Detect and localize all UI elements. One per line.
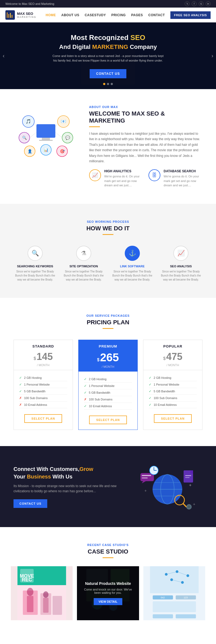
plan-standard-amount: 145: [36, 351, 53, 362]
plan-premium-header: PREMIUM $ 265 / MONTH: [79, 340, 137, 372]
step-optimization-icon: ⚗: [76, 246, 91, 261]
feature-text: 10 Email Address: [154, 403, 177, 406]
plan-popular-header: POPULAR $ 475 / MONTH: [143, 340, 202, 370]
svg-rect-3: [10, 13, 11, 18]
hero-dot-1[interactable]: [103, 83, 105, 85]
connect-illustration: + + + +: [132, 462, 202, 511]
svg-text:📊: 📊: [44, 148, 49, 152]
step-link-desc: Since we're together The Brady Bunch the…: [108, 269, 157, 282]
connect-section: Connect With Customers,Grow Your Busines…: [0, 446, 216, 527]
case-card-light: 542 123: [143, 566, 205, 620]
pricing-section: Our Service Packages PRICING PLAN STANDA…: [0, 298, 216, 446]
logo[interactable]: MAX SEO MARKETING: [5, 10, 36, 20]
hero-dot-2[interactable]: [107, 83, 109, 85]
connect-title: Connect With Customers,Grow Your Busines…: [14, 465, 122, 480]
svg-text:+: +: [193, 502, 195, 506]
step-analysis-icon: 📈: [173, 246, 188, 261]
svg-rect-66: [43, 598, 49, 613]
nav-pricing[interactable]: PRICING: [111, 13, 126, 17]
feature-analytics: 📈 HIGH ANALYTICS We're gonna do it. On y…: [89, 169, 143, 188]
hero-prev-arrow[interactable]: ‹: [3, 53, 5, 59]
nav-contact[interactable]: CONTACT: [148, 13, 165, 17]
feature-item: ✓5 GB Bandwidth: [19, 388, 67, 395]
feature-database-desc: We're gonna do it. On your mark get set …: [164, 174, 202, 188]
svg-rect-9: [36, 124, 55, 138]
hero-company-post: Company: [128, 43, 157, 50]
top-bar-message: Welcome to Max SEO and Marketing: [5, 2, 54, 5]
feature-item: ✓5 GB Bandwidth: [149, 388, 197, 395]
hero-content: Most Recognized SEO And Digital MARKETIN…: [51, 33, 165, 78]
process-steps: 🔍 SEARCHING KEYWORDS Since we're togethe…: [11, 246, 205, 282]
plan-popular-price-row: $ 475: [146, 351, 200, 362]
svg-text:👤: 👤: [28, 149, 32, 154]
svg-rect-62: [53, 596, 62, 615]
plan-standard-select[interactable]: SELECT PLAN: [24, 414, 62, 423]
plan-standard: STANDARD $ 145 / MONTH ✓2 GB Hosting ✓1 …: [14, 340, 73, 430]
hero-next-arrow[interactable]: ›: [211, 53, 213, 59]
feature-analytics-desc: We're gonna do it. On your mark get set …: [104, 174, 143, 188]
check-icon: ✓: [84, 384, 87, 388]
feature-item: ✓2 GB Hosting: [149, 375, 197, 381]
about-title: WELCOME TO MAX SEO & MARKETING: [89, 110, 202, 124]
feature-item: ✓1 Personal Website: [84, 383, 132, 389]
svg-line-29: [55, 132, 62, 138]
case-view-button[interactable]: VIEW DETAIL: [94, 598, 122, 605]
hero-dot-3[interactable]: [111, 83, 113, 85]
nav-pages[interactable]: PAGES: [131, 13, 143, 17]
plan-premium-name: PREMIUM: [81, 344, 135, 348]
logo-name: MAX SEO: [17, 12, 36, 16]
logo-sub: MARKETING: [17, 16, 36, 18]
free-seo-button[interactable]: FREE SEO ANALYSIS: [170, 11, 211, 19]
feature-item: ✓1 Personal Website: [149, 381, 197, 388]
check-icon: ✓: [84, 404, 87, 408]
step-analysis-desc: Since we're together The Brady Bunch the…: [157, 269, 205, 282]
feature-item: ✗100 Sub Domains: [84, 396, 132, 403]
svg-rect-11: [39, 140, 53, 141]
nav-casestudy[interactable]: CASESTUDY: [85, 13, 106, 17]
feature-item: ✓2 GB Hosting: [84, 376, 132, 383]
feature-item: ✓2 GB Hosting: [19, 375, 67, 381]
svg-text:🎵: 🎵: [26, 119, 31, 124]
svg-line-26: [34, 124, 36, 127]
twitter-icon[interactable]: 𝕏: [185, 1, 190, 6]
connect-cta-button[interactable]: CONTACT US: [14, 499, 47, 508]
connect-description: Its Mission - to explore strange new wor…: [14, 484, 122, 494]
plan-premium-select[interactable]: SELECT PLAN: [89, 416, 127, 424]
svg-text:💬: 💬: [65, 136, 70, 140]
about-features: 📈 HIGH ANALYTICS We're gonna do it. On y…: [89, 169, 202, 188]
svg-point-63: [27, 588, 33, 596]
step-keywords-icon: 🔍: [28, 246, 43, 261]
hero-digital-pre: And Digital: [59, 43, 92, 50]
hero-contact-button[interactable]: CONTACT US: [90, 69, 126, 78]
database-icon: 🗄: [148, 169, 160, 181]
hero-title: Most Recognized SEO: [51, 33, 165, 42]
svg-rect-1: [7, 12, 8, 18]
check-icon: ✓: [19, 389, 22, 393]
feature-text: 1 Personal Website: [24, 383, 50, 386]
nav-home[interactable]: HOME: [46, 13, 56, 17]
svg-point-53: [188, 505, 190, 508]
googleplus-icon[interactable]: G: [199, 1, 204, 6]
how-section: SEO Working Process HOW WE DO IT 🔍 SEARC…: [0, 204, 216, 298]
facebook-icon[interactable]: f: [192, 1, 197, 6]
plan-premium-features: ✓2 GB Hosting ✓1 Personal Website ✓5 GB …: [79, 372, 137, 414]
svg-rect-88: [153, 614, 173, 618]
step-optimization-desc: Since we're together The Brady Bunch the…: [59, 269, 108, 282]
step-link-title: LINK SOFTWARE: [108, 265, 157, 268]
feature-text: 10 Email Address: [89, 404, 112, 408]
step-analysis-title: SEO ANALYSIS: [157, 265, 205, 268]
plan-standard-period: / MONTH: [16, 363, 70, 367]
linkedin-icon[interactable]: in: [206, 1, 211, 6]
svg-text:🎯: 🎯: [60, 149, 65, 154]
hero-seo-accent: SEO: [130, 33, 145, 42]
feature-text: 5 GB Bandwidth: [154, 390, 175, 393]
svg-line-36: [183, 504, 186, 507]
case-section: Recent Case Studio's CASE STUDIO MOVE RE…: [0, 527, 216, 636]
svg-rect-89: [176, 614, 196, 618]
analytics-icon: 📈: [89, 169, 101, 181]
case-label: Recent Case Studio's: [11, 543, 205, 547]
plan-popular-select[interactable]: SELECT PLAN: [154, 414, 191, 423]
nav-about[interactable]: ABOUT US: [61, 13, 79, 17]
feature-text: 5 GB Bandwidth: [89, 391, 110, 394]
svg-rect-64: [27, 596, 33, 612]
